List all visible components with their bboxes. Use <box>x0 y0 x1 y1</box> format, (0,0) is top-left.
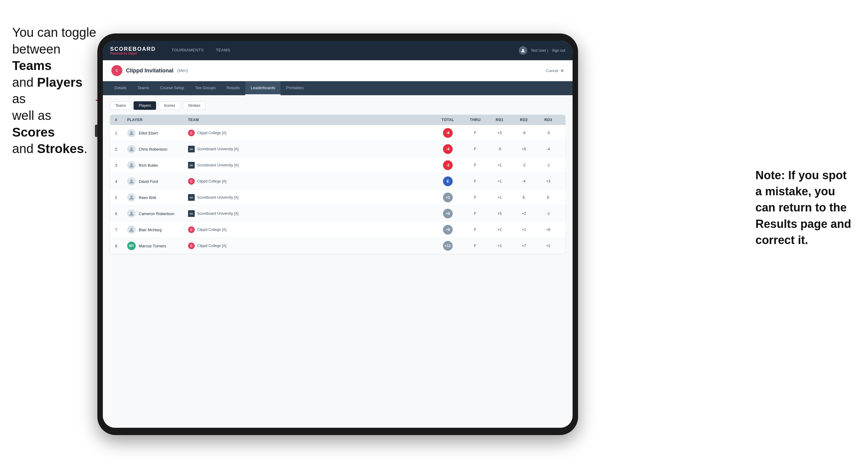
nav-right: Test User | Sign out <box>519 46 565 55</box>
tab-tee-groups[interactable]: Tee Groups <box>190 81 221 95</box>
team-name: Clippd College [A] <box>197 244 226 248</box>
toggle-row: Teams Players Scores Strokes <box>110 101 565 110</box>
tablet-screen: SCOREBOARD Powered by clippd TOURNAMENTS… <box>103 41 572 428</box>
player-avatar <box>127 225 136 234</box>
toggle-strokes[interactable]: Strokes <box>183 101 206 110</box>
toggle-scores[interactable]: Scores <box>158 101 180 110</box>
rank-cell: 6 <box>115 212 127 216</box>
tab-printables[interactable]: Printables <box>280 81 309 95</box>
sign-out-link[interactable]: Sign out <box>552 49 565 53</box>
player-cell: Cameron Robertson <box>127 209 188 218</box>
team-name: Scoreboard University [A] <box>197 212 239 216</box>
team-name: Clippd College [A] <box>197 179 226 183</box>
rd2-cell: E <box>512 195 536 199</box>
nav-link-teams[interactable]: TEAMS <box>210 41 237 60</box>
tablet-frame: SCOREBOARD Powered by clippd TOURNAMENTS… <box>97 33 578 435</box>
rank-cell: 8 <box>115 244 127 248</box>
leaderboard-table: # PLAYER TEAM TOTAL THRU RD1 RD2 RD3 1 E… <box>110 115 565 254</box>
tab-results[interactable]: Results <box>221 81 245 95</box>
player-cell: David Ford <box>127 177 188 186</box>
thru-cell: F <box>463 163 487 167</box>
rd3-cell: -5 <box>536 131 560 135</box>
rd3-cell: +3 <box>536 179 560 183</box>
table-body: 1 Elliot Ebert C Clippd College [A] -8 F… <box>110 125 565 254</box>
nav-link-tournaments[interactable]: TOURNAMENTS <box>165 41 210 60</box>
content-area: Teams Players Scores Strokes # PLAYER TE… <box>103 95 572 428</box>
tab-course-setup[interactable]: Course Setup <box>155 81 190 95</box>
rd2-cell: +1 <box>512 227 536 232</box>
col-rank: # <box>115 118 127 122</box>
rank-cell: 7 <box>115 227 127 232</box>
player-name: Chris Robertson <box>139 147 167 152</box>
toggle-teams[interactable]: Teams <box>110 101 131 110</box>
player-avatar <box>127 129 136 137</box>
cancel-button[interactable]: Cancel ✕ <box>546 68 564 74</box>
team-cell: SU Scoreboard University [A] <box>188 194 433 201</box>
rank-cell: 2 <box>115 147 127 152</box>
player-name: Elliot Ebert <box>139 131 158 135</box>
rd1-cell: +3 <box>487 131 512 135</box>
svg-point-6 <box>130 196 132 198</box>
total-cell: +1 <box>433 193 463 202</box>
user-avatar <box>519 46 527 55</box>
svg-point-8 <box>130 228 132 230</box>
player-name: Blair McHarg <box>139 227 161 232</box>
tab-teams[interactable]: Teams <box>132 81 155 95</box>
rank-cell: 1 <box>115 131 127 135</box>
tab-leaderboards[interactable]: Leaderboards <box>245 81 280 95</box>
team-name: Scoreboard University [A] <box>197 195 239 199</box>
table-row: 1 Elliot Ebert C Clippd College [A] -8 F… <box>110 125 565 141</box>
thru-cell: F <box>463 179 487 183</box>
total-cell: +6 <box>433 209 463 218</box>
player-avatar <box>127 193 136 202</box>
tournament-header: C Clippd Invitational (Men) Cancel ✕ <box>103 60 572 81</box>
user-name: Test User | <box>531 49 548 53</box>
player-name: Cameron Robertson <box>139 212 174 216</box>
rd3-cell: -4 <box>536 147 560 151</box>
rd1-cell: +1 <box>487 163 512 167</box>
tab-details[interactable]: Details <box>109 81 132 95</box>
player-avatar <box>127 209 136 218</box>
table-row: 8 MT Marcus Turners C Clippd College [A]… <box>110 238 565 254</box>
total-cell: E <box>433 177 463 186</box>
rd3-cell: +6 <box>536 227 560 232</box>
team-cell: C Clippd College [A] <box>188 243 433 249</box>
team-cell: C Clippd College [A] <box>188 226 433 233</box>
tournament-logo: C <box>111 65 122 76</box>
thru-cell: F <box>463 195 487 199</box>
player-cell: Rees Britt <box>127 193 188 202</box>
svg-point-4 <box>130 163 132 165</box>
rd2-cell: -4 <box>512 179 536 183</box>
rd3-cell: -1 <box>536 212 560 216</box>
col-rd1: RD1 <box>487 118 512 122</box>
player-avatar <box>127 177 136 186</box>
rd1-cell: +5 <box>487 212 512 216</box>
svg-point-5 <box>130 180 132 182</box>
rank-cell: 4 <box>115 179 127 184</box>
score-badge: +6 <box>443 209 453 218</box>
table-row: 3 Rich Butler SU Scoreboard University [… <box>110 157 565 174</box>
rd2-cell: -6 <box>512 131 536 135</box>
col-rd3: RD3 <box>536 118 560 122</box>
col-team: TEAM <box>188 118 433 122</box>
rd2-cell: +5 <box>512 147 536 151</box>
left-annotation: You can toggle between Teams and Players… <box>12 24 97 157</box>
col-rd2: RD2 <box>512 118 536 122</box>
svg-point-1 <box>522 49 524 51</box>
table-row: 4 David Ford C Clippd College [A] E F +1… <box>110 174 565 190</box>
player-cell: Elliot Ebert <box>127 129 188 137</box>
table-header: # PLAYER TEAM TOTAL THRU RD1 RD2 RD3 <box>110 115 565 125</box>
rd1-cell: -5 <box>487 147 512 151</box>
rd1-cell: +1 <box>487 195 512 199</box>
col-thru: THRU <box>463 118 487 122</box>
thru-cell: F <box>463 212 487 216</box>
rd1-cell: +2 <box>487 227 512 232</box>
rd2-cell: +2 <box>512 212 536 216</box>
logo-text: SCOREBOARD <box>110 46 156 52</box>
player-avatar <box>127 161 136 169</box>
player-avatar <box>127 145 136 153</box>
score-badge: -4 <box>443 144 453 154</box>
player-name: Rees Britt <box>139 195 156 200</box>
total-cell: -8 <box>433 128 463 138</box>
toggle-players[interactable]: Players <box>133 101 156 110</box>
